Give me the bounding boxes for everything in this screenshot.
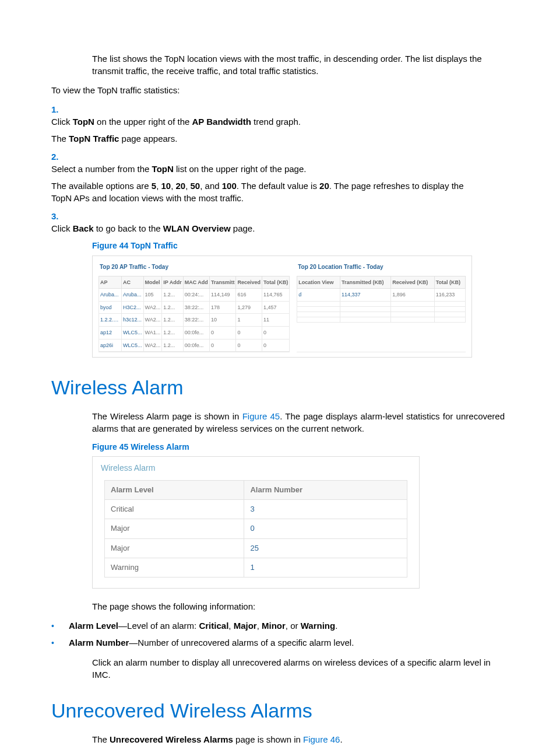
figure-46-link[interactable]: Figure 46 — [303, 734, 340, 744]
table-header: Model — [143, 276, 162, 289]
wireless-alarm-table: Alarm LevelAlarm Number Critical3Major0M… — [104, 480, 407, 578]
unrecovered-wireless-alarms-heading: Unrecovered Wireless Alarms — [51, 697, 505, 725]
top-ap-traffic-panel: Top 20 AP Traffic - Today APACModelIP Ad… — [98, 262, 290, 353]
figure-44: Top 20 AP Traffic - Today APACModelIP Ad… — [92, 256, 472, 358]
table-row — [297, 301, 466, 306]
table-row: Major0 — [105, 519, 407, 538]
table-row: Major25 — [105, 538, 407, 558]
table-row: Warning1 — [105, 558, 407, 577]
table-row: 1.2.2.1...h3c12...WA2...1.2...38:22:...1… — [99, 314, 290, 327]
table-header: Total (KB) — [262, 276, 289, 289]
table-header: MAC Add — [183, 276, 209, 289]
table-header: Received — [236, 276, 262, 289]
top-location-traffic-table: Location ViewTransmitted (KB)Received (K… — [297, 276, 466, 323]
wireless-alarm-click-info: Click an alarm number to display all unr… — [92, 656, 505, 681]
figure-44-caption: Figure 44 TopN Traffic — [92, 240, 505, 252]
alarm-number-link[interactable]: 3 — [244, 500, 407, 519]
table-row: ap26iWLC5...WA2...1.2...00:0fe...000 — [99, 339, 290, 352]
alarm-number-link[interactable]: 25 — [244, 538, 407, 558]
bullet-alarm-number: Alarm Number—Number of unrecovered alarm… — [51, 636, 505, 649]
table-row — [297, 312, 466, 317]
top-location-traffic-panel: Top 20 Location Traffic - Today Location… — [297, 262, 466, 353]
table-row: d114,3371,896116,233 — [297, 289, 466, 302]
step-3: 3. Click Back to go back to the WLAN Ove… — [51, 210, 505, 235]
intro-paragraph-1: The list shows the TopN location views w… — [92, 52, 505, 77]
figure-45-caption: Figure 45 Wireless Alarm — [92, 442, 505, 453]
table-header: Alarm Number — [244, 480, 407, 499]
wireless-alarm-panel-title: Wireless Alarm — [93, 457, 419, 480]
table-header: AP — [99, 276, 122, 289]
step-1: 1. Click TopN on the upper right of the … — [51, 103, 505, 145]
table-header: IP Addr — [162, 276, 184, 289]
table-header: Alarm Level — [105, 480, 244, 499]
table-header: Transmitted (KB) — [340, 276, 390, 289]
table-row: ap12WLC5...WA1...1.2...00:0fe...000 — [99, 326, 290, 339]
table-row: Aruba...Aruba...1051.2...00:24:...114,14… — [99, 289, 290, 302]
table-header: Transmitt — [209, 276, 236, 289]
figure-45: Wireless Alarm Alarm LevelAlarm Number C… — [92, 456, 420, 589]
table-header: Location View — [297, 276, 340, 289]
table-row — [297, 317, 466, 322]
alarm-number-link[interactable]: 1 — [244, 558, 407, 577]
wireless-alarm-intro: The Wireless Alarm page is shown in Figu… — [92, 410, 505, 435]
bullet-alarm-level: Alarm Level—Level of an alarm: Critical,… — [51, 620, 505, 632]
step-2-number: 2. — [51, 150, 69, 163]
intro-paragraph-2: To view the TopN traffic statistics: — [51, 84, 505, 96]
top-location-traffic-title: Top 20 Location Traffic - Today — [297, 262, 466, 276]
table-row: byodH3C2...WA2...1.2...38:22:...1781,279… — [99, 301, 290, 314]
wireless-alarm-info-lead: The page shows the following information… — [92, 600, 505, 612]
table-row: Critical3 — [105, 500, 407, 519]
top-ap-traffic-table: APACModelIP AddrMAC AddTransmittReceived… — [98, 276, 290, 352]
table-header: Total (KB) — [434, 276, 465, 289]
step-2: 2. Select a number from the TopN list on… — [51, 150, 505, 204]
alarm-number-link[interactable]: 0 — [244, 519, 407, 538]
step-3-number: 3. — [51, 210, 69, 222]
figure-45-link[interactable]: Figure 45 — [242, 411, 280, 421]
table-header: Received (KB) — [391, 276, 434, 289]
table-header: AC — [122, 276, 144, 289]
step-1-number: 1. — [51, 103, 69, 116]
unrecovered-intro: The Unrecovered Wireless Alarms page is … — [92, 733, 505, 746]
table-row — [297, 306, 466, 312]
top-ap-traffic-title: Top 20 AP Traffic - Today — [98, 262, 290, 276]
wireless-alarm-heading: Wireless Alarm — [51, 374, 505, 402]
